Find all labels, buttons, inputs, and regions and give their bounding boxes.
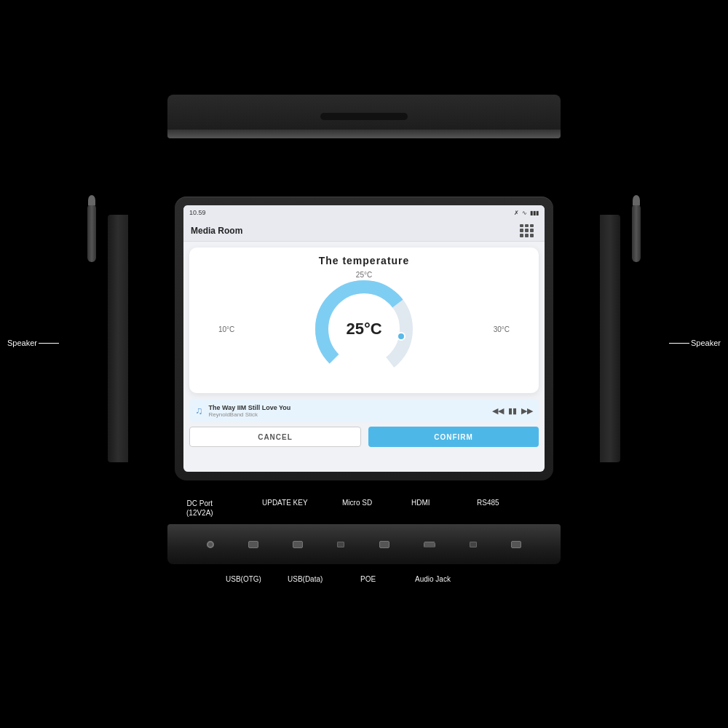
- action-buttons: CANCEL CONFIRM: [189, 427, 539, 447]
- update-key-label: UPDATE KEY: [262, 499, 308, 507]
- gauge-center-text: 25°C: [346, 320, 381, 339]
- hdmi-body: [424, 542, 435, 547]
- top-view: [167, 95, 561, 138]
- rs485-body: [511, 541, 521, 548]
- right-side-panel: [600, 215, 620, 462]
- tablet-outer: 10.59 ✗ ∿ ▮▮▮ Media Room The temperature: [175, 197, 553, 480]
- music-controls[interactable]: ◀◀ ▮▮ ▶▶: [492, 406, 533, 416]
- temp-widget: The temperature 25°C 10°C 30°C: [189, 248, 539, 393]
- poe-port: [379, 541, 389, 548]
- music-title: The Way IIM Still Love You: [209, 404, 487, 411]
- gauge-container: 25°C: [306, 271, 422, 387]
- sd-port: [337, 542, 344, 547]
- rs485-label: RS485: [477, 499, 499, 507]
- usb-data-body: [293, 541, 303, 548]
- screen-header: Media Room: [183, 220, 545, 242]
- audio-jack-label: Audio Jack: [415, 575, 451, 583]
- pause-button[interactable]: ▮▮: [508, 406, 517, 416]
- tablet: 10.59 ✗ ∿ ▮▮▮ Media Room The temperature: [175, 197, 553, 480]
- top-view-edge: [167, 130, 561, 138]
- usb-data-port: [293, 541, 303, 548]
- top-port-labels: DC Port(12V2A) UPDATE KEY Micro SD HDMI …: [153, 499, 575, 528]
- usb-data-label: USB(Data): [288, 575, 323, 583]
- speaker-label-right: Speaker: [691, 339, 721, 347]
- music-info: The Way IIM Still Love You ReynoldBand S…: [209, 404, 487, 418]
- bluetooth-icon: ✗: [514, 210, 519, 216]
- music-icon: ♫: [195, 405, 203, 416]
- micro-sd-label: Micro SD: [342, 499, 372, 507]
- music-artist: ReynoldBand Stick: [209, 411, 487, 418]
- prev-button[interactable]: ◀◀: [492, 406, 504, 416]
- antenna-left: [87, 204, 96, 262]
- usb-otg-port: [248, 541, 258, 548]
- status-bar: 10.59 ✗ ∿ ▮▮▮: [183, 205, 545, 220]
- grid-icon[interactable]: [520, 224, 537, 237]
- gauge-label-right: 30°C: [494, 325, 510, 333]
- audio-body: [470, 542, 477, 547]
- temp-title: The temperature: [198, 255, 530, 266]
- left-side-panel: [108, 215, 128, 462]
- poe-body: [379, 541, 389, 548]
- usb-otg-label: USB(OTG): [226, 575, 261, 583]
- time-display: 10.59: [189, 209, 206, 216]
- bottom-port-labels: USB(OTG) USB(Data) POE Audio Jack: [153, 575, 575, 604]
- dc-port-label: DC Port(12V2A): [186, 499, 213, 518]
- speaker-label-left: Speaker: [7, 339, 37, 347]
- antenna-right: [632, 204, 641, 262]
- rs485-port: [511, 541, 521, 548]
- wifi-icon: ∿: [522, 210, 527, 216]
- cancel-button[interactable]: CANCEL: [189, 427, 361, 447]
- dc-port: [207, 541, 214, 548]
- confirm-button[interactable]: CONFIRM: [368, 427, 539, 447]
- status-icons: ✗ ∿ ▮▮▮: [514, 210, 539, 216]
- temp-gauge-area: 25°C 10°C 30°C: [198, 271, 530, 387]
- hdmi-port: [424, 542, 435, 547]
- room-name: Media Room: [191, 226, 242, 236]
- svg-point-3: [397, 333, 405, 340]
- poe-label: POE: [360, 575, 376, 583]
- hdmi-label: HDMI: [411, 499, 430, 507]
- usb-otg-body: [248, 541, 258, 548]
- gauge-label-left: 10°C: [218, 325, 234, 333]
- sd-body: [337, 542, 344, 547]
- dc-port-body: [207, 541, 214, 548]
- audio-port: [470, 542, 477, 547]
- next-button[interactable]: ▶▶: [521, 406, 533, 416]
- bottom-device: [167, 524, 561, 564]
- top-bump: [320, 113, 408, 120]
- battery-icon: ▮▮▮: [530, 210, 539, 216]
- music-bar[interactable]: ♫ The Way IIM Still Love You ReynoldBand…: [189, 399, 539, 422]
- tablet-screen: 10.59 ✗ ∿ ▮▮▮ Media Room The temperature: [183, 205, 545, 472]
